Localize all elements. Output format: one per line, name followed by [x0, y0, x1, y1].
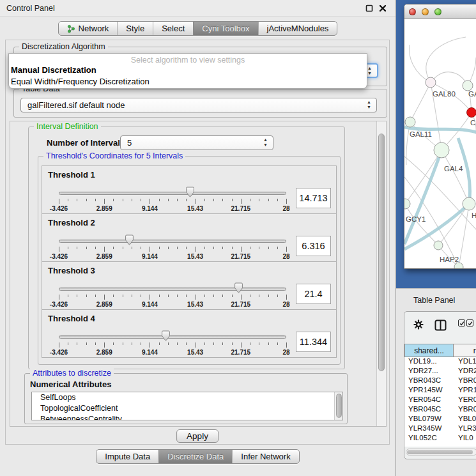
tick [204, 342, 205, 345]
attributes-scrollbar[interactable] [334, 392, 342, 420]
close-icon[interactable] [378, 4, 387, 13]
algorithm-option-equal-width-frequency-discretization[interactable]: Equal Width/Frequency Discretization [9, 76, 367, 88]
checkbox-checked-icon[interactable] [466, 319, 473, 326]
slider-track[interactable] [59, 192, 286, 195]
network-node[interactable] [463, 81, 473, 91]
slider-track[interactable] [59, 240, 286, 243]
threshold-slider[interactable]: -3.4262.8599.14415.4321.71528 [59, 281, 286, 309]
tab-impute-data[interactable]: Impute Data [96, 450, 158, 463]
network-window-titlebar[interactable] [404, 4, 476, 19]
cell-shared-name: YBR045C [404, 405, 454, 415]
threshold-value-input[interactable]: 6.316 [296, 236, 331, 256]
network-node[interactable] [405, 117, 415, 127]
tab-jactivemnodules[interactable]: jActiveMNodules [258, 22, 337, 35]
attribute-item-selfloops[interactable]: SelfLoops [32, 392, 342, 403]
node-label-c: C [470, 119, 475, 127]
gear-icon[interactable] [413, 319, 424, 330]
table-row[interactable]: YBR043CYBR0 [404, 376, 476, 386]
network-view-window[interactable]: GAL80GACGAL11GAL4GCY1HHAP2 [404, 4, 476, 269]
table-hscrollbar[interactable] [406, 449, 476, 456]
threshold-value-input[interactable]: 21.4 [296, 284, 331, 304]
tick [177, 199, 178, 201]
threshold-slider[interactable]: -3.4262.8599.14415.4321.71528 [59, 185, 286, 213]
tab-style[interactable]: Style [117, 22, 153, 35]
tick-label: 28 [282, 349, 289, 356]
tick [204, 295, 205, 297]
settings-scrollbar-thumb[interactable] [378, 134, 385, 371]
table-row[interactable]: YIL052CYIL0 [404, 434, 476, 443]
tick [59, 199, 59, 204]
slider-track[interactable] [59, 288, 286, 291]
threshold-slider[interactable]: -3.4262.8599.14415.4321.71528 [59, 233, 286, 261]
network-node[interactable] [467, 108, 476, 118]
tick [104, 199, 105, 204]
network-node[interactable] [454, 263, 463, 269]
table-hscrollbar-thumb[interactable] [407, 450, 473, 454]
attribute-item-topologicalcoefficient[interactable]: TopologicalCoefficient [32, 403, 342, 414]
slider-thumb[interactable] [185, 187, 195, 197]
algorithm-option-manual-discretization[interactable]: Manual Discretization [9, 65, 367, 76]
tick [196, 199, 196, 204]
column-header-na[interactable]: na [453, 344, 476, 357]
table-data-group: Table Data galFiltered.sif default node … [13, 89, 387, 118]
split-columns-icon[interactable] [434, 319, 447, 331]
tick-label: 2.859 [96, 205, 112, 212]
tab-network[interactable]: Network [59, 22, 118, 35]
apply-button[interactable]: Apply [176, 429, 219, 443]
table-row[interactable]: YER054CYER0 [404, 395, 476, 405]
number-of-intervals-spinner[interactable]: 5 ▲▼ [120, 135, 273, 150]
window-close-button[interactable] [409, 8, 416, 15]
attribute-item-betweennesscentrality[interactable]: BetweennessCentrality [32, 414, 342, 420]
window-zoom-button[interactable] [434, 8, 441, 15]
numerical-attributes-title: Numerical Attributes [30, 380, 111, 389]
table-row[interactable]: YBL079WYBL0 [404, 415, 476, 424]
tick [104, 247, 105, 252]
slider-thumb[interactable] [161, 330, 171, 341]
network-node[interactable] [463, 197, 475, 210]
tick [213, 199, 214, 201]
table-row[interactable]: YBR045CYBR0 [404, 405, 476, 415]
slider-thumb[interactable] [125, 234, 134, 245]
float-window-icon[interactable] [365, 4, 374, 13]
slider-thumb[interactable] [234, 282, 243, 293]
table-row[interactable]: YPR145WYPR1 [404, 386, 476, 395]
threshold-value-input[interactable]: 14.713 [296, 188, 331, 208]
network-edge[interactable] [410, 82, 431, 122]
control-panel: Control Panel Network Style Select Cyni … [0, 0, 396, 476]
tick [222, 342, 223, 345]
tab-select[interactable]: Select [153, 22, 193, 35]
table-row[interactable]: YLR345WYLR3 [404, 424, 476, 434]
tick [286, 295, 287, 300]
window-minimize-button[interactable] [422, 8, 429, 15]
column-visibility-checkboxes[interactable] [458, 319, 473, 326]
table-row[interactable]: YDL19...YDL1 [404, 357, 476, 367]
threshold-slider[interactable]: -3.4262.8599.14415.4321.71528 [59, 329, 286, 357]
table-row[interactable]: YDR27...YDR2 [404, 367, 476, 376]
attributes-group: Attributes to discretize Numerical Attri… [24, 373, 348, 424]
table-data-combo[interactable]: galFiltered.sif default node ▲▼ [20, 98, 377, 112]
tick [250, 247, 250, 249]
column-header-shared-[interactable]: shared... [404, 344, 454, 357]
numerical-attributes-list[interactable]: SelfLoopsTopologicalCoefficientBetweenne… [31, 392, 343, 420]
network-edge[interactable] [431, 72, 468, 86]
slider-track[interactable] [59, 335, 286, 339]
network-node[interactable] [426, 77, 436, 88]
tab-cyni-toolbox[interactable]: Cyni Toolbox [193, 22, 257, 35]
tick [113, 199, 114, 201]
network-node[interactable] [434, 241, 443, 250]
settings-scrollbar[interactable] [376, 121, 386, 426]
cell-name: YBR0 [454, 405, 476, 415]
tab-infer-network[interactable]: Infer Network [232, 450, 298, 463]
threshold-value-input[interactable]: 11.344 [296, 332, 331, 352]
checkbox-checked-icon[interactable] [458, 319, 465, 326]
tick [68, 199, 68, 201]
tick [232, 295, 233, 297]
tab-discretize-data[interactable]: Discretize Data [158, 450, 232, 463]
tick [132, 295, 132, 297]
attributes-scrollbar-thumb[interactable] [336, 394, 342, 418]
threshold-label: Threshold 4 [48, 314, 95, 323]
network-node[interactable] [434, 142, 449, 158]
network-canvas[interactable]: GAL80GACGAL11GAL4GCY1HHAP2 [404, 19, 476, 269]
network-node[interactable] [404, 199, 410, 209]
tick [186, 342, 187, 345]
